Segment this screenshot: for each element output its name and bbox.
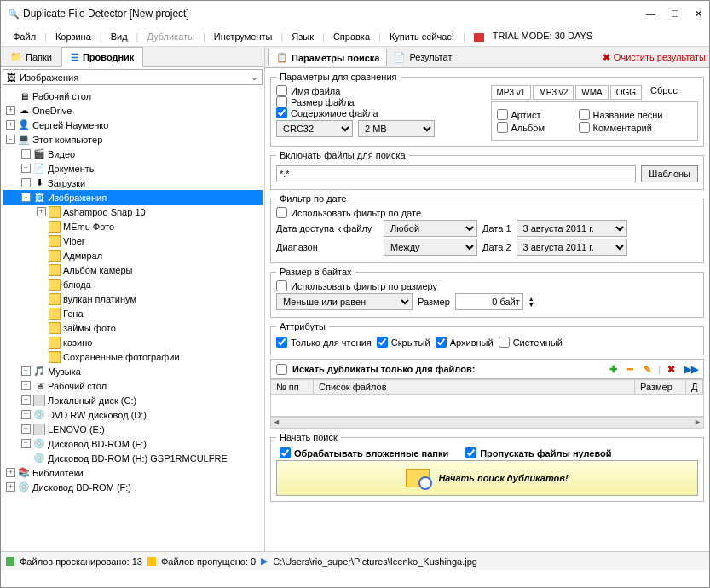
- skip-zero-checkbox[interactable]: [465, 447, 476, 458]
- tagtab-ogg[interactable]: OGG: [610, 85, 642, 100]
- tree-item[interactable]: казино: [3, 335, 263, 349]
- tree-item[interactable]: +📄Документы: [3, 161, 263, 176]
- remove-icon[interactable]: ━: [624, 362, 638, 376]
- close-button[interactable]: ✕: [695, 9, 702, 20]
- tab-result[interactable]: 📄Результат: [387, 49, 459, 66]
- expand-icon[interactable]: [37, 280, 46, 289]
- location-combo[interactable]: 🖼 Изображения ⌄: [3, 69, 263, 85]
- tree-item[interactable]: Гена: [3, 306, 263, 320]
- expand-icon[interactable]: -: [6, 135, 15, 144]
- expand-icon[interactable]: [37, 222, 46, 231]
- tab-explorer[interactable]: ☰Проводник: [61, 47, 143, 67]
- artist-checkbox[interactable]: [497, 109, 508, 120]
- tagtab-mp3v2[interactable]: MP3 v2: [533, 85, 574, 100]
- use-date-filter-checkbox[interactable]: [276, 207, 287, 218]
- expand-icon[interactable]: +: [6, 120, 15, 130]
- expand-icon[interactable]: +: [21, 395, 31, 405]
- tab-folders[interactable]: 📁Папки: [1, 47, 61, 66]
- menu-tools[interactable]: Инструменты: [209, 30, 278, 43]
- files-only-checkbox[interactable]: [276, 364, 287, 375]
- access-select[interactable]: Любой: [384, 220, 477, 237]
- tree-item[interactable]: 💿Дисковод BD-ROM (H:) GSP1RMCULFRE: [3, 451, 263, 465]
- expand-icon[interactable]: +: [21, 439, 31, 448]
- hidden-checkbox[interactable]: [377, 337, 388, 348]
- edit-icon[interactable]: ✎: [641, 362, 655, 376]
- expand-icon[interactable]: +: [21, 381, 31, 390]
- menu-trash[interactable]: Корзина: [50, 30, 96, 43]
- expand-icon[interactable]: +: [6, 106, 15, 115]
- subfolders-checkbox[interactable]: [280, 447, 291, 458]
- tree-item[interactable]: MEmu Фото: [3, 219, 263, 233]
- tagtab-mp3v1[interactable]: MP3 v1: [491, 85, 532, 100]
- tree-item[interactable]: +💿Дисковод BD-ROM (F:): [3, 436, 263, 451]
- filesize-checkbox[interactable]: [276, 96, 287, 107]
- tree-item[interactable]: +👤Сергей Науменко: [3, 118, 263, 132]
- menu-language[interactable]: Язык: [286, 30, 319, 43]
- expand-icon[interactable]: +: [21, 366, 31, 376]
- menu-duplicates[interactable]: Дубликаты: [141, 30, 199, 43]
- menu-buy[interactable]: Купить сейчас!: [384, 30, 459, 43]
- expand-icon[interactable]: +: [6, 468, 15, 477]
- tree-item[interactable]: 🖥Рабочий стол: [3, 89, 263, 103]
- expand-icon[interactable]: [37, 308, 46, 318]
- tree-item[interactable]: +Локальный диск (C:): [3, 393, 263, 407]
- expand-icon[interactable]: [37, 352, 46, 361]
- tree-item[interactable]: +🎵Музыка: [3, 364, 263, 378]
- block-size-select[interactable]: 2 MB: [358, 120, 435, 137]
- expand-icon[interactable]: +: [6, 482, 15, 492]
- add-icon[interactable]: ✚: [607, 362, 621, 376]
- expand-icon[interactable]: [37, 236, 46, 245]
- content-checkbox[interactable]: [276, 107, 287, 118]
- expand-icon[interactable]: +: [21, 178, 31, 187]
- songtitle-checkbox[interactable]: [579, 109, 590, 120]
- tree-item[interactable]: +💿DVD RW дисковод (D:): [3, 407, 263, 422]
- readonly-checkbox[interactable]: [276, 337, 287, 348]
- reset-tags-link[interactable]: Сброс: [650, 85, 678, 100]
- minimize-button[interactable]: —: [646, 9, 655, 20]
- horizontal-scrollbar[interactable]: [270, 417, 704, 429]
- clear-results-button[interactable]: ✖Очистить результаты: [603, 52, 706, 63]
- expand-icon[interactable]: [37, 265, 46, 274]
- folder-tree[interactable]: 🖥Рабочий стол+☁OneDrive+👤Сергей Науменко…: [1, 87, 264, 551]
- tree-item[interactable]: +🎬Видео: [3, 147, 263, 161]
- expand-icon[interactable]: [37, 251, 46, 260]
- tree-item[interactable]: вулкан платинум: [3, 291, 263, 306]
- expand-icon[interactable]: [6, 91, 15, 101]
- menu-view[interactable]: Вид: [106, 30, 133, 43]
- expand-icon[interactable]: [37, 294, 46, 303]
- tree-item[interactable]: +💿Дисковод BD-ROM (F:): [3, 480, 263, 494]
- expand-icon[interactable]: +: [21, 149, 31, 159]
- expand-icon[interactable]: +: [21, 164, 31, 173]
- tree-item[interactable]: Альбом камеры: [3, 262, 263, 277]
- start-search-button[interactable]: Начать поиск дубликатов!: [276, 460, 698, 496]
- album-checkbox[interactable]: [497, 122, 508, 133]
- size-stepper[interactable]: ▲▼: [528, 296, 534, 308]
- delete-icon[interactable]: ✖: [664, 362, 678, 376]
- expand-icon[interactable]: [37, 323, 46, 332]
- maximize-button[interactable]: ☐: [671, 9, 679, 20]
- hash-method-select[interactable]: CRC32: [276, 120, 353, 137]
- date2-select[interactable]: 3 августа 2011 г.: [517, 239, 627, 256]
- tree-item[interactable]: +☁OneDrive: [3, 103, 263, 118]
- tree-item[interactable]: блюда: [3, 277, 263, 291]
- tagtab-wma[interactable]: WMA: [575, 85, 608, 100]
- tree-item[interactable]: Адмирал: [3, 248, 263, 262]
- comment-checkbox[interactable]: [579, 122, 590, 133]
- expand-icon[interactable]: +: [21, 410, 31, 419]
- tree-item[interactable]: +📚Библиотеки: [3, 465, 263, 480]
- tree-item[interactable]: +LENOVO (E:): [3, 422, 263, 436]
- tree-item[interactable]: -🖼Изображения: [3, 190, 263, 205]
- system-checkbox[interactable]: [499, 337, 510, 348]
- expand-icon[interactable]: [21, 453, 31, 463]
- tree-item[interactable]: Сохраненные фотографии: [3, 349, 263, 364]
- tree-item[interactable]: займы фото: [3, 320, 263, 335]
- tree-item[interactable]: -💻Этот компьютер: [3, 132, 263, 147]
- pattern-input[interactable]: [276, 165, 636, 182]
- expand-icon[interactable]: +: [21, 424, 31, 434]
- menu-help[interactable]: Справка: [328, 30, 375, 43]
- tree-item[interactable]: +⬇Загрузки: [3, 176, 263, 190]
- size-value-input[interactable]: [455, 293, 523, 310]
- tree-item[interactable]: Viber: [3, 233, 263, 248]
- templates-button[interactable]: Шаблоны: [641, 165, 698, 182]
- archive-checkbox[interactable]: [436, 337, 447, 348]
